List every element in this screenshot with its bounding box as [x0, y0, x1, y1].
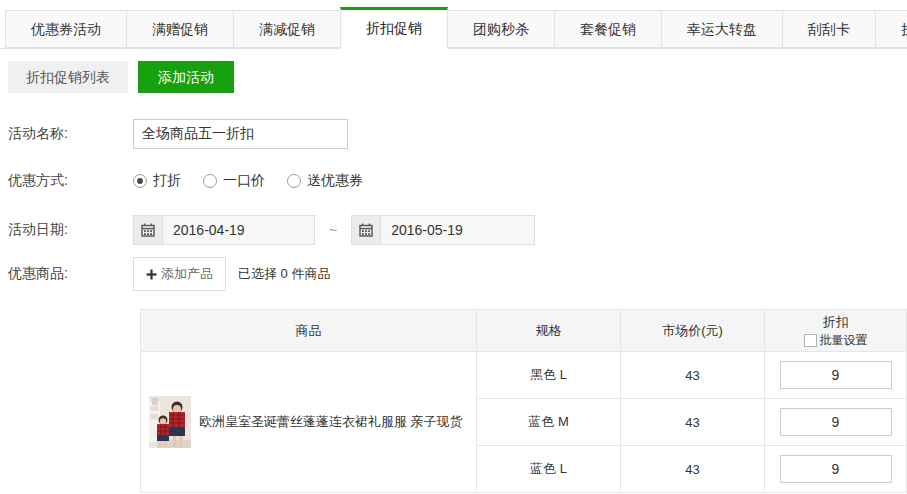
batch-set-label: 批量设置: [820, 331, 868, 349]
discount-promo-list-button[interactable]: 折扣促销列表: [8, 61, 128, 93]
radio-option-discount[interactable]: 打折: [133, 172, 181, 190]
activity-name-input[interactable]: [133, 119, 348, 149]
batch-set-checkbox[interactable]: [804, 334, 817, 347]
discount-method-row: 优惠方式: 打折 一口价 送优惠券: [0, 171, 907, 191]
discount-cell: [765, 352, 907, 399]
tab-discount-promo[interactable]: 折扣促销: [340, 7, 448, 49]
date-range-separator: ~: [329, 222, 337, 238]
price-cell: 43: [621, 446, 765, 493]
tab-scratch-card[interactable]: 刮刮卡: [782, 10, 876, 48]
tab-group-flash-sale[interactable]: 团购秒杀: [447, 10, 555, 48]
column-header-price: 市场价(元): [621, 310, 765, 352]
discount-products-label: 优惠商品:: [8, 265, 133, 283]
activity-date-label: 活动日期:: [8, 221, 133, 239]
tab-full-gift-promo[interactable]: 满赠促销: [126, 10, 234, 48]
discount-method-label: 优惠方式:: [8, 172, 133, 190]
activity-name-label: 活动名称:: [8, 125, 133, 143]
subnav: 折扣促销列表 添加活动: [8, 61, 907, 93]
activity-name-row: 活动名称:: [0, 119, 907, 149]
radio-label: 一口价: [223, 172, 265, 190]
end-date-value: 2016-05-19: [381, 222, 463, 238]
discount-input[interactable]: [780, 408, 892, 436]
start-date-value: 2016-04-19: [163, 222, 245, 238]
table-row: 欧洲皇室圣诞蕾丝蓬蓬连衣裙礼服服 亲子现货 黑色 L 43: [141, 352, 907, 399]
tab-full-reduction-promo[interactable]: 满减促销: [233, 10, 341, 48]
column-header-product: 商品: [141, 310, 477, 352]
start-date-picker[interactable]: 2016-04-19: [133, 215, 315, 245]
radio-option-give-coupon[interactable]: 送优惠券: [287, 172, 363, 190]
radio-icon[interactable]: [287, 174, 301, 188]
radio-label: 打折: [153, 172, 181, 190]
tab-coupon-activity[interactable]: 优惠券活动: [5, 10, 127, 48]
promotion-tabbar: 优惠券活动 满赠促销 满减促销 折扣促销 团购秒杀 套餐促销 幸运大转盘 刮刮卡…: [0, 0, 907, 49]
spec-cell: 黑色 L: [477, 352, 621, 399]
table-header-row: 商品 规格 市场价(元) 折扣 批量设置: [141, 310, 907, 352]
plus-icon: [146, 269, 157, 280]
product-name: 欧洲皇室圣诞蕾丝蓬蓬连衣裙礼服服 亲子现货: [199, 413, 463, 431]
radio-icon[interactable]: [133, 174, 147, 188]
discount-input[interactable]: [780, 455, 892, 483]
discount-products-row: 优惠商品: 添加产品 已选择 0 件商品: [0, 257, 907, 291]
discount-cell: [765, 446, 907, 493]
radio-icon[interactable]: [203, 174, 217, 188]
tab-pin-group-flash-sale[interactable]: 拼团秒杀: [875, 10, 907, 48]
tab-lucky-wheel[interactable]: 幸运大转盘: [661, 10, 783, 48]
radio-option-fixed-price[interactable]: 一口价: [203, 172, 265, 190]
product-cell: 欧洲皇室圣诞蕾丝蓬蓬连衣裙礼服服 亲子现货: [141, 352, 477, 493]
calendar-icon: [134, 216, 163, 244]
column-header-discount: 折扣 批量设置: [765, 310, 907, 352]
tab-package-promo[interactable]: 套餐促销: [554, 10, 662, 48]
add-activity-button[interactable]: 添加活动: [138, 61, 234, 93]
add-product-button[interactable]: 添加产品: [133, 257, 226, 291]
column-header-spec: 规格: [477, 310, 621, 352]
discount-header-label: 折扣: [765, 312, 906, 332]
selected-count-text: 已选择 0 件商品: [238, 265, 330, 283]
spec-cell: 蓝色 L: [477, 446, 621, 493]
products-table: 商品 规格 市场价(元) 折扣 批量设置: [140, 309, 907, 493]
discount-input[interactable]: [780, 361, 892, 389]
radio-label: 送优惠券: [307, 172, 363, 190]
product-thumbnail: [149, 396, 191, 448]
calendar-icon: [352, 216, 381, 244]
activity-date-row: 活动日期: 2016-04-19 ~: [0, 215, 907, 245]
price-cell: 43: [621, 352, 765, 399]
add-product-button-label: 添加产品: [161, 265, 213, 283]
price-cell: 43: [621, 399, 765, 446]
spec-cell: 蓝色 M: [477, 399, 621, 446]
discount-method-radio-group: 打折 一口价 送优惠券: [133, 172, 385, 190]
end-date-picker[interactable]: 2016-05-19: [351, 215, 535, 245]
discount-cell: [765, 399, 907, 446]
